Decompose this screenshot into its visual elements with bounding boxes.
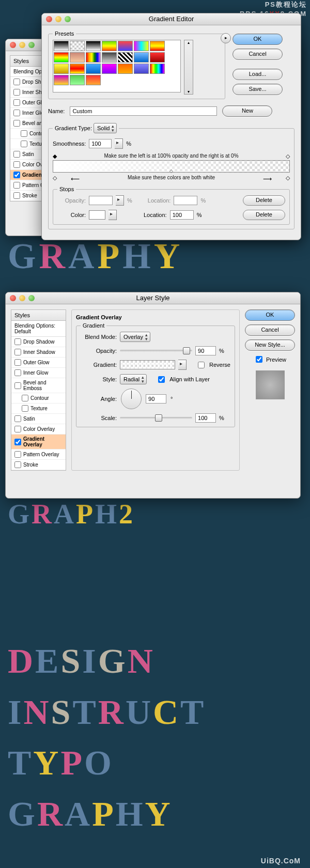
- scale-pct: %: [219, 415, 224, 421]
- opacity-stop-right-icon[interactable]: ◇: [286, 153, 290, 160]
- smoothness-pct: %: [126, 141, 131, 147]
- color-picker-stepper[interactable]: [109, 210, 117, 220]
- preset-scrollbar[interactable]: ▴▾: [184, 40, 193, 95]
- opacity-input[interactable]: [195, 346, 216, 355]
- name-input[interactable]: [70, 106, 217, 116]
- style-outer-glow[interactable]: Outer Glow: [11, 358, 66, 368]
- location2-label: Location:: [144, 212, 167, 218]
- opacity-stop-left-icon[interactable]: ◆: [53, 153, 57, 160]
- style-pattern-overlay[interactable]: Pattern Overlay: [11, 450, 66, 460]
- ok-button[interactable]: OK: [233, 34, 283, 45]
- style-color-overlay[interactable]: Color Overlay: [11, 424, 66, 435]
- new-button[interactable]: New: [222, 105, 272, 117]
- style-stroke[interactable]: Stroke: [11, 460, 66, 470]
- angle-label: Angle:: [81, 396, 117, 402]
- blend-mode-label: Blend Mode:: [81, 334, 117, 340]
- preview-checkbox[interactable]: [256, 356, 262, 363]
- style-texture[interactable]: Texture: [11, 404, 66, 414]
- layer-style-dialog: Layer Style Styles Blending Options: Def…: [5, 292, 301, 499]
- location2-input[interactable]: [170, 210, 194, 220]
- anno-opacity: Make sure the left is at 100% opacity an…: [53, 153, 290, 159]
- opacity-slider[interactable]: [120, 350, 192, 352]
- opacity-pct: %: [219, 348, 224, 354]
- location1-label: Location:: [148, 197, 171, 204]
- style-satin[interactable]: Satin: [11, 414, 66, 424]
- align-label: Align with Layer: [169, 376, 210, 382]
- gradient-group: Gradient: [81, 322, 106, 329]
- angle-input[interactable]: [146, 394, 166, 404]
- window-controls[interactable]: [46, 16, 71, 22]
- scale-slider[interactable]: [120, 417, 192, 419]
- scale-label: Scale:: [81, 415, 117, 421]
- midpoint-icon[interactable]: ◇: [169, 168, 173, 174]
- style-select[interactable]: Radial▴▾: [120, 374, 147, 384]
- reverse-label: Reverse: [209, 362, 230, 368]
- save-button[interactable]: Save...: [233, 84, 283, 95]
- gradient-dropdown-icon[interactable]: [178, 360, 187, 370]
- gradient-swatch-label: Gradient:: [81, 362, 117, 368]
- bg-graphy: GRAPHY: [8, 236, 310, 277]
- color-stop-right-icon[interactable]: ◇: [286, 175, 290, 181]
- presets-legend: Presets: [53, 30, 76, 37]
- cancel-button[interactable]: Cancel: [245, 324, 295, 336]
- window-controls[interactable]: [10, 295, 35, 301]
- preset-grid[interactable]: [53, 40, 181, 92]
- gradient-swatch[interactable]: [120, 360, 175, 369]
- preset-menu-button[interactable]: ▸: [221, 33, 231, 43]
- gradient-type-label: Gradient Type:: [55, 125, 92, 131]
- color-label: Color:: [57, 212, 86, 218]
- smoothness-stepper[interactable]: [115, 138, 123, 149]
- preview-thumbnail: [256, 370, 285, 399]
- window-title: Layer Style: [6, 292, 300, 304]
- opacity-label: Opacity:: [81, 348, 117, 354]
- style-drop-shadow[interactable]: Drop Shadow: [11, 337, 66, 347]
- panel-title: Gradient Overlay: [76, 314, 235, 320]
- opacity-stepper: [116, 195, 124, 206]
- style-contour[interactable]: Contour: [11, 393, 66, 404]
- watermark-line1: PS教程论坛: [240, 0, 307, 9]
- opacity-label: Opacity:: [57, 197, 86, 204]
- angle-deg: °: [171, 396, 173, 402]
- anno-color: Make sure these colors are both white: [53, 175, 290, 180]
- cancel-button[interactable]: Cancel: [233, 49, 283, 60]
- arrow-left-icon: ⟵: [71, 175, 80, 182]
- style-bevel-emboss[interactable]: Bevel and Emboss: [11, 378, 66, 393]
- window-title: Gradient Editor: [42, 13, 301, 25]
- color-stop-left-icon[interactable]: ◇: [53, 175, 57, 181]
- ok-button[interactable]: OK: [245, 309, 295, 321]
- delete-opacity-stop-button[interactable]: Delete: [243, 195, 285, 206]
- color-chip[interactable]: [89, 210, 105, 220]
- gradient-editor-dialog: Gradient Editor Presets: [41, 13, 301, 240]
- new-style-button[interactable]: New Style...: [245, 339, 295, 351]
- window-controls[interactable]: [10, 42, 35, 48]
- load-button[interactable]: Load...: [233, 69, 283, 80]
- delete-color-stop-button[interactable]: Delete: [243, 210, 285, 220]
- preview-label: Preview: [266, 357, 286, 363]
- location1-input: [174, 196, 197, 205]
- style-inner-glow[interactable]: Inner Glow: [11, 368, 66, 378]
- bg-full-typo: DESIGN INSTRUCT TYPO GRAPHY: [8, 636, 310, 839]
- align-checkbox[interactable]: [158, 376, 165, 383]
- reverse-checkbox[interactable]: [198, 362, 205, 368]
- blending-options[interactable]: Blending Options: Default: [11, 321, 66, 337]
- styles-header[interactable]: Styles: [11, 310, 66, 321]
- location1-pct: %: [200, 197, 206, 204]
- watermark-bottom: UiBQ.CoM: [261, 857, 301, 865]
- name-label: Name:: [48, 108, 65, 114]
- scale-input[interactable]: [195, 413, 216, 423]
- style-inner-shadow[interactable]: Inner Shadow: [11, 347, 66, 358]
- smoothness-label: Smoothness:: [53, 141, 86, 147]
- stops-legend: Stops: [57, 186, 76, 192]
- smoothness-input[interactable]: [89, 139, 112, 148]
- arrow-right-icon: ⟶: [263, 175, 272, 182]
- gradient-type-select[interactable]: Solid▴▾: [94, 123, 117, 133]
- opacity-pct: %: [127, 197, 132, 204]
- blend-mode-select[interactable]: Overlay▴▾: [120, 332, 150, 342]
- styles-panel: Styles Blending Options: Default Drop Sh…: [11, 309, 66, 471]
- style-label: Style:: [81, 376, 117, 382]
- angle-dial[interactable]: [121, 389, 142, 409]
- opacity-input: [89, 196, 113, 205]
- location2-pct: %: [197, 212, 202, 218]
- style-gradient-overlay[interactable]: Gradient Overlay: [11, 435, 66, 450]
- bg-graphy-2: GRAPH2: [8, 498, 310, 530]
